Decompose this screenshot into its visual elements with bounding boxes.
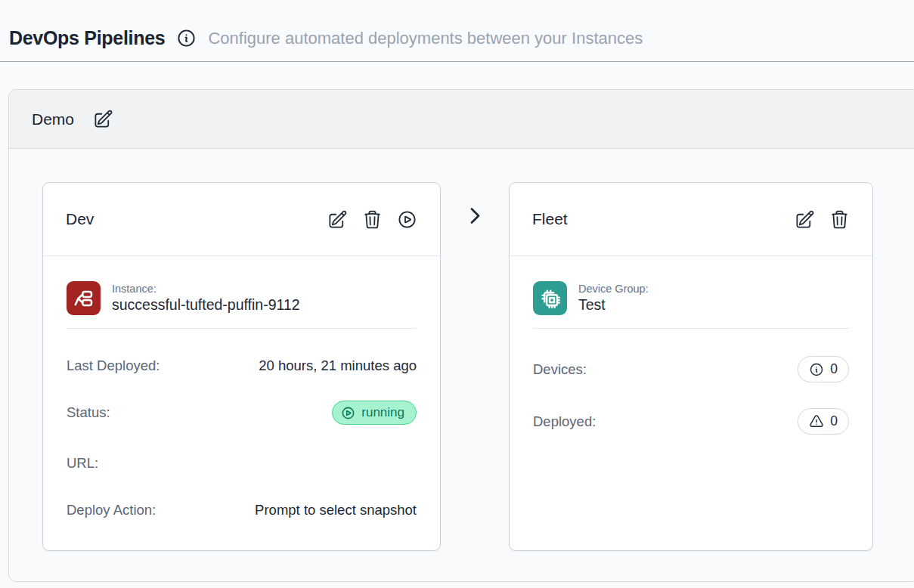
status-row: Status: running [67,401,417,425]
instance-label: Instance: [112,283,300,295]
device-group-label: Device Group: [578,283,649,295]
card-divider [533,328,849,329]
dev-card-header: Dev [43,183,440,256]
url-row: URL: [67,455,417,472]
pipeline-stages: Dev [9,149,914,581]
devices-row: Devices: 0 [533,356,849,382]
delete-fleet-button[interactable] [829,209,850,230]
dev-card-actions [327,209,417,230]
deploy-action-value: Prompt to select snapshot [255,502,417,518]
trash-icon [362,209,383,230]
fleet-card-header: Fleet [510,183,872,256]
status-label: Status: [67,404,110,421]
edit-pipeline-button[interactable] [93,109,113,129]
play-circle-icon [397,209,417,230]
pipeline-panel: Demo Dev [8,89,914,582]
deployed-count: 0 [830,413,838,429]
pencil-square-icon [327,209,348,230]
url-label: URL: [67,455,98,472]
fleet-stage-card: Fleet [509,182,873,551]
devices-count-badge[interactable]: 0 [798,356,849,382]
dev-stage-card: Dev [42,182,441,551]
last-deployed-label: Last Deployed: [67,357,160,374]
pencil-square-icon [93,109,113,129]
page-subtitle: Configure automated deployments between … [208,29,643,48]
pipeline-name: Demo [32,110,74,128]
pipeline-arrow [464,205,486,227]
edit-stage-button[interactable] [327,209,348,230]
instance-icon [67,281,101,315]
deploy-action-label: Deploy Action: [67,502,156,518]
instance-name: successful-tufted-puffin-9112 [112,296,300,314]
page-header: DevOps Pipelines Configure automated dep… [0,0,914,61]
deployed-row: Deployed: 0 [533,408,849,435]
dev-card-body: Instance: successful-tufted-puffin-9112 … [43,256,440,518]
pencil-square-icon [795,209,815,230]
play-circle-icon [341,406,355,420]
pipeline-panel-header: Demo [9,90,914,149]
info-icon[interactable] [176,28,197,48]
chevron-right-icon [464,205,486,227]
status-badge: running [332,401,417,425]
last-deployed-value: 20 hours, 21 minutes ago [259,357,417,374]
instance-row: Instance: successful-tufted-puffin-9112 [67,281,417,315]
deployed-label: Deployed: [533,413,596,430]
devices-count: 0 [830,361,838,377]
page-title: DevOps Pipelines [9,27,165,49]
info-circle-icon [809,362,824,377]
status-badge-text: running [361,405,404,420]
delete-stage-button[interactable] [362,209,383,230]
trash-icon [829,209,850,230]
run-stage-button[interactable] [397,209,417,230]
dev-card-title: Dev [66,210,94,228]
edit-fleet-button[interactable] [795,209,815,230]
deploy-action-row: Deploy Action: Prompt to select snapshot [67,502,417,518]
device-group-icon [533,281,567,315]
device-group-name: Test [578,296,649,314]
fleet-card-actions [795,209,850,230]
header-divider [0,61,914,62]
devices-label: Devices: [533,361,587,378]
last-deployed-row: Last Deployed: 20 hours, 21 minutes ago [67,357,417,374]
card-divider [67,328,417,329]
fleet-card-title: Fleet [532,210,568,228]
warning-triangle-icon [809,414,824,429]
device-group-row: Device Group: Test [533,281,849,315]
fleet-card-body: Device Group: Test Devices: 0 Deplo [510,256,872,435]
deployed-count-badge[interactable]: 0 [798,408,849,435]
